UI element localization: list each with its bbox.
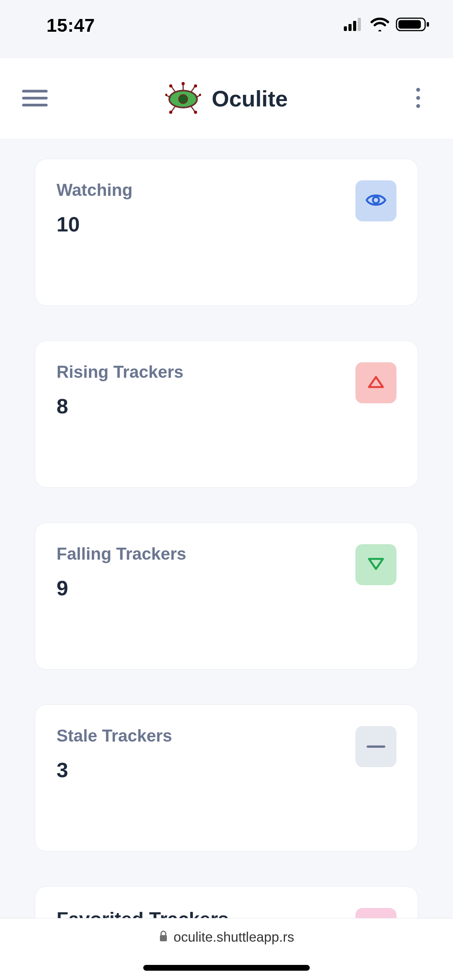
- content-area: Watching 10 Rising Trackers 8: [0, 139, 453, 918]
- browser-chrome[interactable]: oculite.shuttleapp.rs: [0, 918, 453, 980]
- hamburger-icon: [22, 88, 48, 109]
- svg-rect-8: [22, 97, 48, 99]
- menu-button[interactable]: [21, 85, 48, 112]
- svg-rect-2: [353, 21, 356, 31]
- status-icons: [344, 17, 430, 34]
- svg-rect-7: [22, 90, 48, 93]
- card-icon-badge: [355, 908, 396, 918]
- browser-url: oculite.shuttleapp.rs: [173, 929, 294, 945]
- wifi-icon: [370, 17, 390, 33]
- stat-card-favorited[interactable]: Favorited Trackers: [35, 886, 418, 918]
- card-icon-badge: [355, 544, 396, 585]
- svg-point-13: [182, 82, 185, 85]
- card-value: 9: [57, 576, 186, 600]
- stat-card-rising[interactable]: Rising Trackers 8: [35, 341, 418, 488]
- stat-card-falling[interactable]: Falling Trackers 9: [35, 523, 418, 670]
- card-value: 3: [57, 758, 172, 782]
- svg-point-28: [416, 104, 420, 108]
- card-label: Watching: [57, 180, 132, 200]
- triangle-down-icon: [367, 557, 384, 573]
- logo-eye-icon: [165, 81, 201, 116]
- eye-icon: [365, 192, 387, 209]
- svg-line-22: [172, 106, 175, 111]
- kebab-icon: [415, 87, 421, 110]
- svg-point-11: [179, 95, 187, 103]
- svg-rect-3: [358, 18, 361, 31]
- stat-card-stale[interactable]: Stale Trackers 3: [35, 704, 418, 852]
- home-indicator[interactable]: [143, 965, 310, 971]
- card-label: Falling Trackers: [57, 544, 186, 564]
- card-value: 8: [57, 394, 184, 418]
- svg-point-25: [194, 111, 197, 114]
- svg-point-15: [169, 84, 172, 87]
- svg-line-24: [191, 106, 195, 111]
- card-label: Favorited Trackers: [57, 908, 229, 918]
- svg-point-23: [169, 111, 172, 114]
- lock-icon: [159, 930, 168, 944]
- card-label: Stale Trackers: [57, 726, 172, 745]
- svg-line-16: [191, 87, 195, 92]
- svg-rect-5: [398, 20, 421, 29]
- svg-point-26: [416, 88, 420, 92]
- svg-line-14: [172, 87, 175, 92]
- app-title: Oculite: [212, 86, 288, 111]
- svg-point-29: [373, 197, 379, 203]
- cellular-icon: [344, 18, 364, 33]
- svg-rect-31: [160, 935, 167, 941]
- battery-icon: [396, 17, 430, 34]
- more-button[interactable]: [405, 85, 432, 112]
- minus-icon: [367, 743, 385, 750]
- stat-card-watching[interactable]: Watching 10: [35, 159, 418, 306]
- card-icon-badge: [355, 726, 396, 767]
- card-value: 10: [57, 212, 132, 236]
- status-time: 15:47: [46, 15, 95, 36]
- svg-rect-6: [427, 22, 429, 27]
- svg-rect-0: [344, 26, 347, 31]
- status-bar: 15:47: [0, 0, 453, 58]
- svg-rect-1: [348, 24, 352, 31]
- svg-rect-30: [367, 745, 385, 748]
- card-icon-badge: [355, 362, 396, 403]
- brand: Oculite: [48, 81, 405, 116]
- svg-point-27: [416, 96, 420, 100]
- card-icon-badge: [355, 180, 396, 221]
- svg-rect-9: [22, 104, 48, 106]
- triangle-up-icon: [367, 375, 384, 391]
- app-header: Oculite: [0, 58, 453, 139]
- card-label: Rising Trackers: [57, 362, 184, 382]
- svg-point-17: [194, 84, 197, 87]
